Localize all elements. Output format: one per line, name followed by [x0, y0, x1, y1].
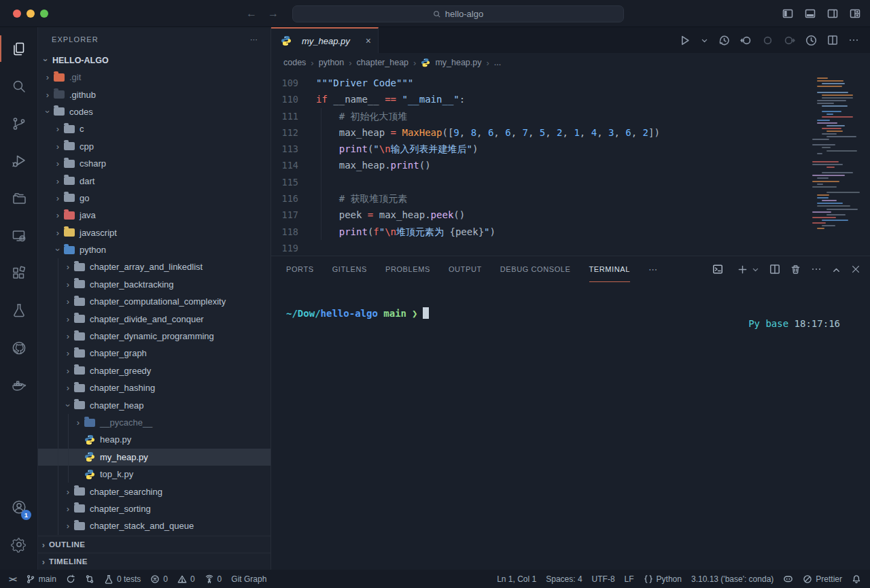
- error-count[interactable]: 0: [145, 570, 173, 588]
- run-icon[interactable]: [679, 35, 691, 46]
- tree-item-chapter-hashing[interactable]: ›chapter_hashing: [38, 379, 271, 396]
- tree-item-chapter-graph[interactable]: ›chapter_graph: [38, 345, 271, 362]
- tab-my-heap-py[interactable]: my_heap.py ×: [271, 27, 379, 53]
- layout-sidebar-right-icon[interactable]: [827, 8, 838, 19]
- nav-circle-icon[interactable]: [762, 35, 773, 46]
- breadcrumb-item[interactable]: python: [319, 58, 345, 67]
- git-branch[interactable]: main: [21, 570, 61, 588]
- customize-layout-icon[interactable]: [850, 8, 860, 19]
- panel-tab-output[interactable]: OUTPUT: [449, 256, 482, 282]
- nav-back-icon[interactable]: ←: [246, 7, 257, 20]
- split-panel-icon[interactable]: [769, 264, 780, 275]
- minimap[interactable]: [812, 75, 864, 230]
- remote-indicator[interactable]: ><: [4, 570, 21, 588]
- tree-item-chapter-stack-and-queue[interactable]: ›chapter_stack_and_queue: [38, 517, 271, 534]
- section-outline[interactable]: ›OUTLINE: [38, 536, 271, 553]
- activity-explorer[interactable]: [0, 30, 37, 67]
- breadcrumb-item[interactable]: my_heap.py: [435, 58, 481, 67]
- code-editor[interactable]: 109"""Driver Code"""110if __name__ == "_…: [271, 72, 870, 256]
- tree-item-chapter-sorting[interactable]: ›chapter_sorting: [38, 500, 271, 517]
- minimize-window-button[interactable]: [27, 10, 35, 18]
- gitlens-compare[interactable]: [80, 570, 99, 588]
- encoding[interactable]: UTF-8: [587, 570, 620, 588]
- tree-item-chapter-array-and-linkedlist[interactable]: ›chapter_array_and_linkedlist: [38, 258, 271, 275]
- activity-run-debug[interactable]: [0, 142, 37, 179]
- activity-extensions[interactable]: [0, 254, 37, 292]
- activity-account[interactable]: 1: [0, 488, 37, 525]
- tree-item-chapter-dynamic-programming[interactable]: ›chapter_dynamic_programming: [38, 328, 271, 345]
- panel-tab-problems[interactable]: PROBLEMS: [385, 256, 430, 282]
- tree-item-csharp[interactable]: ›csharp: [38, 155, 271, 172]
- panel-tab-debug-console[interactable]: DEBUG CONSOLE: [500, 256, 571, 282]
- tree-item-heap-py[interactable]: heap.py: [38, 431, 271, 448]
- tree-item-chapter-computational-complexity[interactable]: ›chapter_computational_complexity: [38, 293, 271, 310]
- notifications[interactable]: [847, 570, 866, 588]
- tree-item-top-k-py[interactable]: top_k.py: [38, 466, 271, 483]
- tree-item-chapter-greedy[interactable]: ›chapter_greedy: [38, 362, 271, 379]
- split-editor-icon[interactable]: [827, 35, 838, 46]
- run-dropdown-icon[interactable]: [701, 37, 708, 44]
- zoom-window-button[interactable]: [40, 10, 48, 18]
- copilot[interactable]: [778, 570, 798, 588]
- tree-root-hello-algo[interactable]: › HELLO-ALGO: [38, 52, 271, 69]
- tree-item--github[interactable]: ›.github: [38, 86, 271, 103]
- python-interpreter[interactable]: 3.10.13 ('base': conda): [686, 570, 778, 588]
- panel-tab-gitlens[interactable]: GITLENS: [332, 256, 367, 282]
- activity-remote-explorer[interactable]: [0, 217, 37, 254]
- tree-item-chapter-backtracking[interactable]: ›chapter_backtracking: [38, 276, 271, 293]
- git-graph[interactable]: Git Graph: [226, 570, 271, 588]
- nav-forward-icon[interactable]: →: [268, 7, 279, 20]
- close-window-button[interactable]: [13, 10, 21, 18]
- file-history-icon[interactable]: [718, 35, 730, 46]
- layout-panel-icon[interactable]: [805, 8, 816, 19]
- ports-forwarded[interactable]: 0: [200, 570, 227, 588]
- tree-item-java[interactable]: ›java: [38, 207, 271, 224]
- terminal-instance[interactable]: [712, 264, 727, 275]
- prettier[interactable]: Prettier: [798, 570, 847, 588]
- tree-item-python[interactable]: ›python: [38, 241, 271, 258]
- warning-count[interactable]: 0: [173, 570, 200, 588]
- panel-tab-ports[interactable]: PORTS: [286, 256, 314, 282]
- activity-testing[interactable]: [0, 292, 37, 329]
- nav-forward-icon[interactable]: [784, 35, 795, 46]
- close-icon[interactable]: [851, 264, 860, 274]
- timeline-clock-icon[interactable]: [805, 35, 817, 46]
- tree-item-go[interactable]: ›go: [38, 190, 271, 207]
- panel-tab-terminal[interactable]: TERMINAL: [589, 256, 630, 282]
- section-timeline[interactable]: ›TIMELINE: [38, 553, 271, 570]
- cursor-position[interactable]: Ln 1, Col 1: [492, 570, 541, 588]
- chevron-up-icon[interactable]: [832, 265, 841, 274]
- tree-item-c[interactable]: ›c: [38, 120, 271, 137]
- more-icon[interactable]: [848, 35, 859, 46]
- tree-item-codes[interactable]: ›codes: [38, 103, 271, 120]
- sync-changes[interactable]: [61, 570, 80, 588]
- panel-more-tabs-icon[interactable]: ⋯: [648, 256, 658, 282]
- activity-source-control[interactable]: [0, 105, 37, 142]
- activity-github[interactable]: [0, 329, 37, 366]
- tree-item-chapter-divide-and-conquer[interactable]: ›chapter_divide_and_conquer: [38, 310, 271, 327]
- dropdown-icon[interactable]: [752, 266, 759, 273]
- activity-search[interactable]: [0, 67, 37, 105]
- activity-project-manager[interactable]: [0, 179, 37, 217]
- tree-item-javascript[interactable]: ›javascript: [38, 224, 271, 241]
- activity-settings[interactable]: [0, 525, 37, 563]
- language-mode[interactable]: Python: [639, 570, 686, 588]
- breadcrumb-item[interactable]: codes: [283, 58, 306, 67]
- new-terminal-icon[interactable]: [737, 264, 748, 275]
- layout-sidebar-left-icon[interactable]: [782, 8, 793, 19]
- tree-item-chapter-heap[interactable]: ›chapter_heap: [38, 396, 271, 413]
- breadcrumb-item[interactable]: ...: [494, 58, 501, 67]
- breadcrumb-item[interactable]: chapter_heap: [357, 58, 408, 67]
- close-tab-icon[interactable]: ×: [366, 35, 371, 46]
- command-center-search[interactable]: hello-algo: [292, 5, 624, 22]
- tree-item-dart[interactable]: ›dart: [38, 172, 271, 189]
- activity-docker[interactable]: [0, 366, 37, 404]
- terminal[interactable]: ~/Dow/hello-algo main❯ Py base 18:17:16: [271, 282, 870, 570]
- tree-item-cpp[interactable]: ›cpp: [38, 138, 271, 155]
- eol[interactable]: LF: [620, 570, 639, 588]
- explorer-more-actions-icon[interactable]: ⋯: [250, 35, 258, 44]
- more-icon[interactable]: [811, 264, 822, 275]
- nav-back-icon[interactable]: [740, 35, 752, 46]
- tree-item--git[interactable]: ›.git: [38, 69, 271, 86]
- trash-icon[interactable]: [790, 264, 801, 275]
